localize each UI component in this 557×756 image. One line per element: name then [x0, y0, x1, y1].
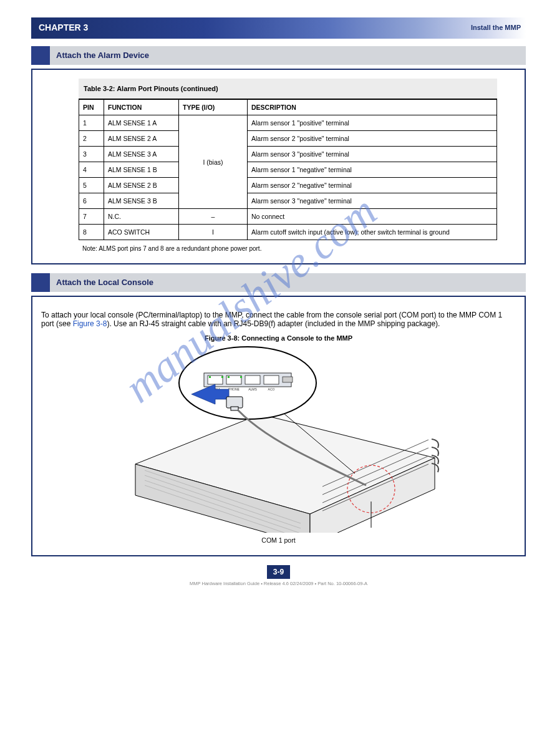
- cell-description: Alarm sensor 2 "positive" terminal: [248, 131, 497, 147]
- cell-description: Alarm sensor 3 "positive" terminal: [248, 147, 497, 162]
- table-row: 3ALM SENSE 3 AAlarm sensor 3 "positive" …: [79, 147, 497, 162]
- table-caption: Table 3-2: Alarm Port Pinouts (continued…: [79, 79, 497, 99]
- svg-rect-22: [240, 376, 242, 378]
- cell-function: ALM SENSE 3 A: [104, 147, 179, 162]
- table-row: 7N.C.–No connect: [79, 209, 497, 225]
- cell-description: No connect: [248, 209, 497, 225]
- col-pin-header: PIN: [79, 100, 104, 115]
- svg-rect-19: [209, 376, 211, 378]
- svg-rect-17: [245, 376, 260, 384]
- cell-pin: 4: [79, 162, 104, 178]
- cell-pin: 8: [79, 225, 104, 240]
- chapter-number: CHAPTER 3: [39, 22, 88, 32]
- cell-function: ACO SWITCH: [104, 225, 179, 240]
- chapter-banner: CHAPTER 3 Install the MMP: [31, 17, 526, 39]
- cell-function: ALM SENSE 3 B: [104, 193, 179, 209]
- table-note: Note: ALMS port pins 7 and 8 are a redun…: [82, 245, 497, 252]
- cell-pin: 1: [79, 115, 104, 131]
- svg-rect-21: [228, 376, 230, 378]
- col-func-header: FUNCTION: [104, 100, 179, 115]
- col-desc-header: DESCRIPTION: [248, 100, 497, 115]
- cell-pin: 5: [79, 178, 104, 193]
- pinout-table: PIN FUNCTION TYPE (I/O) DESCRIPTION 1ALM…: [79, 99, 497, 240]
- svg-rect-29: [226, 397, 243, 408]
- chapter-title: Install the MMP: [471, 24, 521, 31]
- table-row: 2ALM SENSE 2 AAlarm sensor 2 "positive" …: [79, 131, 497, 147]
- figure-crossref: Figure 3-8: [73, 319, 107, 328]
- cell-function: ALM SENSE 2 B: [104, 178, 179, 193]
- cell-function: N.C.: [104, 209, 179, 225]
- cell-pin: 6: [79, 193, 104, 209]
- cell-function: ALM SENSE 1 A: [104, 115, 179, 131]
- page-footer: 3-9 MMP Hardware Installation Guide • Re…: [31, 565, 526, 586]
- cell-description: Alarm sensor 1 "positive" terminal: [248, 115, 497, 131]
- cell-pin: 7: [79, 209, 104, 225]
- footer-legal: MMP Hardware Installation Guide • Releas…: [31, 581, 526, 586]
- col-io-header: TYPE (I/O): [179, 100, 248, 115]
- console-instructions: To attach your local console (PC/termina…: [41, 311, 516, 328]
- cell-description: Alarm sensor 2 "negative" terminal: [248, 178, 497, 193]
- svg-rect-27: [283, 377, 293, 382]
- table-header-row: PIN FUNCTION TYPE (I/O) DESCRIPTION: [79, 100, 497, 115]
- table-row: 6ALM SENSE 3 BAlarm sensor 3 "negative" …: [79, 193, 497, 209]
- cell-function: ALM SENSE 1 B: [104, 162, 179, 178]
- svg-rect-30: [231, 407, 238, 410]
- section-heading-bar: Attach the Local Console: [31, 273, 526, 292]
- console-panel: To attach your local console (PC/termina…: [31, 296, 526, 556]
- section-heading: Attach the Alarm Device: [56, 51, 149, 60]
- table-row: 1ALM SENSE 1 AI (bias)Alarm sensor 1 "po…: [79, 115, 497, 131]
- table-row: 8ACO SWITCHIAlarm cutoff switch input (a…: [79, 225, 497, 240]
- cell-pin: 2: [79, 131, 104, 147]
- cell-io-merged: I (bias): [179, 115, 248, 209]
- section-marker: [31, 273, 50, 292]
- table-row: 5ALM SENSE 2 BAlarm sensor 2 "negative" …: [79, 178, 497, 193]
- figure-caption: Figure 3-8: Connecting a Console to the …: [41, 334, 516, 342]
- cell-description: Alarm sensor 3 "negative" terminal: [248, 193, 497, 209]
- cell-io: –: [179, 209, 248, 225]
- hardware-illustration: COM 1 PHONE ALMS ACO: [117, 346, 441, 533]
- table-row: 4ALM SENSE 1 BAlarm sensor 1 "negative" …: [79, 162, 497, 178]
- cell-pin: 3: [79, 147, 104, 162]
- svg-rect-20: [221, 376, 223, 378]
- cell-description: Alarm sensor 1 "negative" terminal: [248, 162, 497, 178]
- svg-text:PHONE: PHONE: [228, 387, 240, 391]
- svg-text:ACO: ACO: [268, 387, 274, 391]
- svg-text:ALMS: ALMS: [248, 387, 257, 391]
- cell-io: I: [179, 225, 248, 240]
- cell-description: Alarm cutoff switch input (active low); …: [248, 225, 497, 240]
- page-number: 3-9: [267, 565, 290, 579]
- section-heading-bar: Attach the Alarm Device: [31, 46, 526, 65]
- pinout-panel: Table 3-2: Alarm Port Pinouts (continued…: [31, 69, 526, 264]
- section-marker: [31, 46, 50, 65]
- cell-function: ALM SENSE 2 A: [104, 131, 179, 147]
- svg-rect-18: [264, 376, 279, 384]
- section-heading: Attach the Local Console: [56, 278, 153, 287]
- figure-port-label: COM 1 port: [41, 536, 516, 544]
